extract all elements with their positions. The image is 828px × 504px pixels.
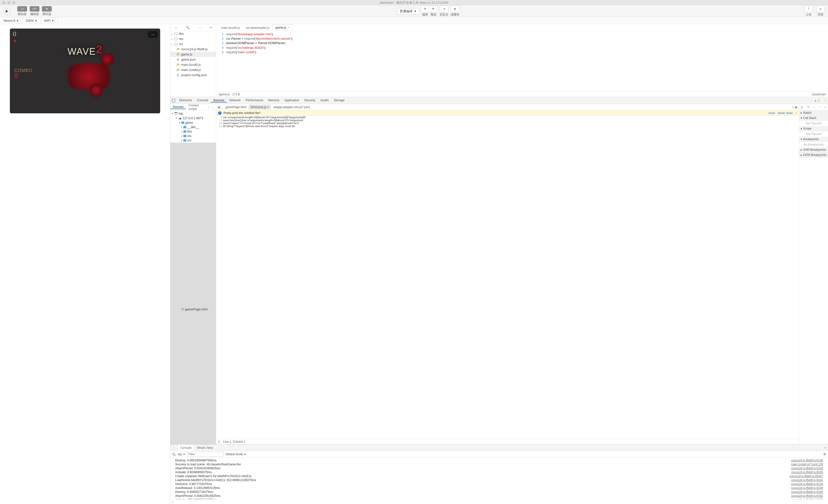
devtools-tab-security[interactable]: Security (302, 98, 318, 102)
minified-code-view[interactable]: 891011 var e=arguments.length>0&&void 0!… (216, 116, 799, 439)
inspect-icon[interactable] (170, 99, 177, 102)
devtools-tab-application[interactable]: Application (282, 98, 302, 102)
background-button[interactable]: ⇥切后台 (440, 6, 449, 17)
src-tab-gamepage[interactable]: gamePage.html (223, 105, 248, 110)
preview-label: 预览 (430, 12, 437, 17)
console-tab[interactable]: Console (177, 445, 194, 451)
sources-file-tree[interactable]: ▼🗔top ▼☁127.0.0.1:9973 ▼game ▸__dev__▸li… (170, 110, 216, 445)
console-source-link[interactable]: cocos2d-js.f6ddf.js:8165 (791, 470, 823, 474)
upload-button[interactable]: ⤴上传 (804, 6, 813, 17)
device-select[interactable]: Nexus 6 ▾ (2, 17, 23, 24)
simulator-panel: 0 ♥ ⋯ WAVE2 COMBO8 (0, 24, 170, 504)
step-over-icon[interactable]: ↷ (807, 106, 809, 109)
step-into-icon[interactable]: ↓ (813, 106, 815, 109)
srcdir-__dev__[interactable]: ▸__dev__ (170, 125, 216, 129)
srcdir-libs[interactable]: ▸libs (170, 129, 216, 134)
devtools-tab-sources[interactable]: Sources (211, 98, 227, 102)
console-source-link[interactable]: cocos2d-js.f6ddf.js:26457 (790, 474, 823, 478)
scope-header[interactable]: ▾ Scope (799, 126, 828, 131)
src-selected-file[interactable]: gamePage.html (185, 307, 207, 311)
console-context-select[interactable]: top ▾ (178, 453, 185, 456)
collapse-icon[interactable]: ⇥ (209, 26, 212, 29)
sources-tree-more[interactable]: » ⋮ (206, 106, 216, 109)
pause-icon[interactable]: ‖ (801, 106, 802, 109)
step-out-icon[interactable]: ↑ (819, 106, 820, 109)
console-close-icon[interactable]: × (822, 446, 828, 450)
pretty-print-button[interactable]: {} (218, 440, 220, 444)
more-icon[interactable]: ⋯ (198, 26, 201, 29)
src-tab-wagame[interactable]: WAGame.js × (249, 105, 271, 110)
console-source-link[interactable]: cocos2d-js.f6ddf.js:8145 (791, 459, 823, 462)
console-source-link[interactable]: cocos2d-js.f6ddf.js:8241 (791, 478, 823, 482)
sources-tree-tab-content[interactable]: Content scripts (186, 104, 206, 111)
console-prompt[interactable]: › (170, 499, 828, 504)
console-menu-icon[interactable]: ⋮ (170, 446, 177, 450)
file-main.0ccd0.js[interactable]: JSmain.0ccd0.js (170, 62, 216, 67)
src-more-tabs[interactable]: » ▣ (792, 106, 797, 109)
watch-header[interactable]: ▸ Watch (799, 110, 828, 116)
console-source-link[interactable]: cocos2d-js.f6ddf.js:8140 (791, 486, 823, 490)
folder-res[interactable]: res (170, 36, 216, 41)
srcdir-res[interactable]: ▸res (170, 134, 216, 138)
sidebar-toggle-icon[interactable]: ▣ (218, 106, 220, 109)
game-canvas[interactable]: 0 ♥ ⋯ WAVE2 COMBO8 (10, 29, 160, 113)
code-editor[interactable]: 12345 require('libs/weapp-adapter-min');… (216, 31, 828, 91)
clear-console-icon[interactable] (172, 453, 176, 456)
editor-tab-0[interactable]: main.0ccd0.js (218, 25, 243, 31)
devtools-tab-console[interactable]: Console (195, 98, 211, 102)
game-menu-button[interactable]: ⋯ (148, 31, 158, 38)
folder-src[interactable]: src (170, 41, 216, 47)
devtools-tab-performance[interactable]: Performance (243, 98, 266, 102)
devtools-more-icon[interactable]: ⋮ (822, 98, 828, 102)
callstack-header[interactable]: ▾ Call Stack (799, 116, 828, 121)
console-source-link[interactable]: cocos2d-js.f6ddf.js:8124 (791, 482, 823, 486)
debugger-toggle[interactable]: ≋调试器 (42, 6, 52, 16)
console-settings-icon[interactable]: ⚙ (823, 453, 826, 456)
srcdir-src[interactable]: ▸src (170, 138, 216, 142)
console-source-link[interactable]: main.1cddd.js? [sm]:135 (791, 463, 823, 466)
simulator-toggle[interactable]: ▭模拟器 (17, 6, 27, 16)
editor-toggle[interactable]: </>编辑器 (30, 6, 39, 16)
details-button[interactable]: ≡详情 (816, 6, 825, 17)
deactivate-bp-icon[interactable]: ⌁ (824, 106, 826, 109)
search-icon[interactable]: 🔍 (186, 26, 190, 29)
devtools-tab-elements[interactable]: Elements (177, 98, 195, 102)
pp-more[interactable]: more (769, 111, 775, 115)
zoom-select[interactable]: 100% ▾ (24, 17, 41, 24)
dom-bp-header[interactable]: ▸ DOM Breakpoints (799, 153, 828, 158)
console-output[interactable]: Destroy: 0.06518554687500mscocos2d-js.f6… (170, 457, 828, 499)
clear-cache-button[interactable]: ≣清缓存 (451, 6, 459, 17)
console-filter-input[interactable] (187, 452, 224, 457)
new-file-icon[interactable]: ＋ (174, 26, 178, 30)
console-source-link[interactable]: cocos2d-js.f6ddf.js:8162 (791, 467, 823, 470)
compile-mode-select[interactable]: 普通编译 ▾ (397, 8, 419, 14)
editor-tab-1[interactable]: wx-downloader.js (243, 25, 272, 31)
sources-tree-tab-sources[interactable]: Sources (170, 105, 186, 109)
pp-close[interactable]: × (795, 111, 797, 115)
compile-button[interactable]: ⟳编译 (421, 6, 429, 17)
network-select[interactable]: WiFi ▾ (43, 17, 58, 24)
log-levels-select[interactable]: Default levels ▾ (226, 453, 246, 456)
devtools-tab-memory[interactable]: Memory (266, 98, 282, 102)
pp-never[interactable]: never show (778, 111, 793, 115)
xhr-bp-header[interactable]: ▸ XHR Breakpoints (799, 147, 828, 153)
folder-libs[interactable]: libs (170, 31, 216, 36)
console-source-link[interactable]: cocos2d-js.f6ddf.js:8145 (791, 490, 823, 494)
file-main.1cddd.js[interactable]: JSmain.1cddd.js (170, 67, 216, 73)
devtools-tab-network[interactable]: Network (227, 98, 243, 102)
console-source-link[interactable]: cocos2d-js.f6ddf.js:8162 (791, 494, 823, 498)
close-icon[interactable]: × (267, 106, 269, 109)
src-tab-weapp[interactable]: weapp-adapter-min.js? [sm] (271, 105, 312, 110)
file-game.js[interactable]: JSgame.js (170, 52, 216, 57)
file-cocos2d-js.f6ddf.js[interactable]: JScocos2d-js.f6ddf.js (170, 47, 216, 52)
file-project.config.json[interactable]: {}project.config.json (170, 73, 216, 78)
devtools-tab-storage[interactable]: Storage (331, 98, 347, 102)
whatsnew-tab[interactable]: What's New (194, 445, 215, 451)
file-game.json[interactable]: {}game.json (170, 57, 216, 62)
close-icon[interactable]: × (288, 26, 290, 29)
warning-count[interactable]: ▲1 (812, 99, 822, 102)
devtools-tab-audits[interactable]: Audits (318, 98, 331, 102)
preview-button[interactable]: 👁预览 (429, 6, 438, 17)
editor-tab-2[interactable]: game.js× (272, 25, 293, 31)
breakpoints-header[interactable]: ▾ Breakpoints (799, 137, 828, 142)
